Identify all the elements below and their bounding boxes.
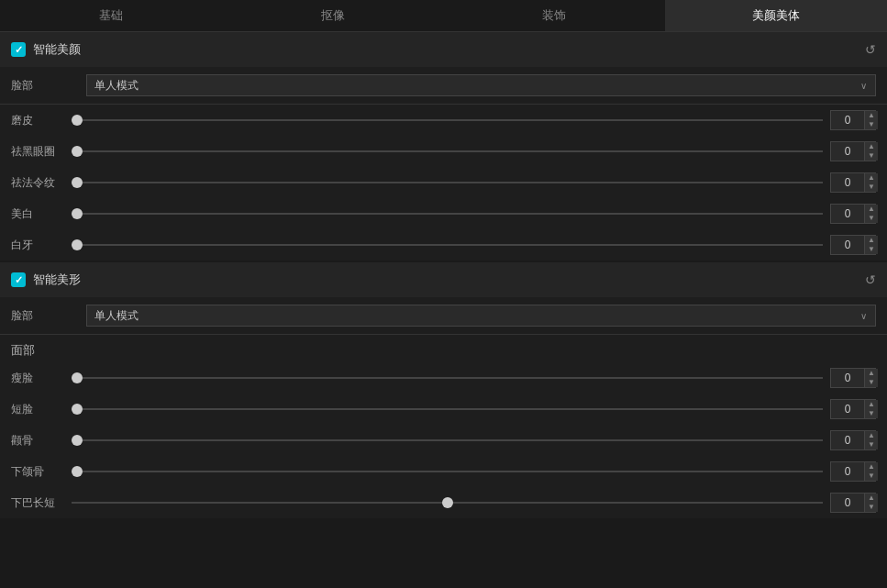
beauty-face-header: 智能美颜 ↺ [0, 32, 887, 67]
shape-dropdown-label: 脸部 [11, 308, 75, 324]
spinner-up-duanlian[interactable]: ▲ [865, 400, 878, 409]
beauty-shape-title: 智能美形 [33, 272, 81, 288]
slider-xiaba[interactable] [72, 502, 823, 504]
slider-xiage[interactable] [72, 471, 823, 472]
spinner-up-heiyanquan[interactable]: ▲ [865, 142, 878, 151]
spinner-down-falingwen[interactable]: ▼ [865, 183, 878, 192]
face-dropdown-label: 脸部 [11, 78, 75, 94]
slider-falingwen[interactable] [72, 182, 823, 183]
beauty-shape-checkbox[interactable] [11, 272, 26, 287]
slider-value-baitooth[interactable] [831, 237, 864, 253]
spinner-up-quangu[interactable]: ▲ [865, 431, 878, 440]
slider-value-falingwen[interactable] [831, 174, 864, 191]
slider-value-quangu[interactable] [831, 432, 864, 449]
slider-label-xiage: 下颌骨 [11, 464, 64, 480]
spinner-down-meibai[interactable]: ▼ [865, 214, 878, 223]
slider-row-mopi: 磨皮 ▲ ▼ [0, 105, 887, 136]
beauty-face-reset-icon[interactable]: ↺ [865, 42, 876, 57]
spinner-down-xiaba[interactable]: ▼ [865, 503, 878, 512]
slider-duanlian[interactable] [72, 408, 823, 410]
spinner-down-shoulian[interactable]: ▼ [865, 378, 878, 387]
slider-mopi[interactable] [72, 119, 823, 121]
shape-dropdown-row: 脸部 单人模式 多人模式 [0, 297, 887, 334]
spinner-up-baitooth[interactable]: ▲ [865, 236, 878, 245]
beauty-face-title: 智能美颜 [33, 41, 81, 58]
slider-row-shoulian: 瘦脸 ▲ ▼ [0, 362, 887, 394]
spinner-up-falingwen[interactable]: ▲ [865, 173, 878, 183]
spinner-down-duanlian[interactable]: ▼ [865, 409, 878, 418]
shape-dropdown-select[interactable]: 单人模式 多人模式 [86, 305, 876, 327]
slider-label-heiyanquan: 祛黑眼圈 [11, 144, 64, 160]
spinner-up-meibai[interactable]: ▲ [865, 205, 878, 214]
tab-keying[interactable]: 抠像 [222, 0, 444, 31]
slider-row-baitooth: 白牙 ▲ ▼ [0, 229, 887, 261]
slider-row-meibai: 美白 ▲ ▼ [0, 198, 887, 229]
beauty-face-checkbox[interactable] [11, 42, 26, 57]
spinner-up-mopi[interactable]: ▲ [865, 111, 878, 120]
slider-heiyanquan[interactable] [72, 150, 823, 152]
beauty-face-section: 智能美颜 ↺ 脸部 单人模式 多人模式 磨皮 ▲ ▼ 祛黑眼圈 [0, 32, 887, 261]
slider-label-xiaba: 下巴长短 [11, 495, 64, 511]
slider-label-baitooth: 白牙 [11, 238, 64, 253]
tab-bar: 基础 抠像 装饰 美颜美体 [0, 0, 887, 32]
slider-label-quangu: 颧骨 [11, 433, 64, 449]
slider-row-falingwen: 祛法令纹 ▲ ▼ [0, 167, 887, 198]
spinner-up-xiage[interactable]: ▲ [865, 462, 878, 472]
slider-label-falingwen: 祛法令纹 [11, 175, 64, 191]
spinner-up-xiaba[interactable]: ▲ [865, 494, 878, 503]
slider-row-xiaba: 下巴长短 ▲ ▼ [0, 487, 887, 518]
slider-row-xiage: 下颌骨 ▲ ▼ [0, 456, 887, 487]
slider-value-xiage[interactable] [831, 463, 864, 480]
slider-value-meibai[interactable] [831, 205, 864, 222]
slider-meibai[interactable] [72, 213, 823, 215]
slider-quangu[interactable] [72, 439, 823, 441]
slider-shoulian[interactable] [72, 377, 823, 379]
spinner-down-heiyanquan[interactable]: ▼ [865, 151, 878, 161]
tab-decoration[interactable]: 装饰 [444, 0, 666, 31]
slider-row-quangu: 颧骨 ▲ ▼ [0, 425, 887, 456]
spinner-down-quangu[interactable]: ▼ [865, 440, 878, 449]
slider-label-meibai: 美白 [11, 206, 64, 222]
tab-beauty[interactable]: 美颜美体 [665, 0, 887, 31]
subsection-face-label: 面部 [0, 335, 887, 362]
slider-row-duanlian: 短脸 ▲ ▼ [0, 394, 887, 425]
spinner-up-shoulian[interactable]: ▲ [865, 369, 878, 378]
slider-value-heiyanquan[interactable] [831, 143, 864, 160]
beauty-shape-reset-icon[interactable]: ↺ [865, 272, 876, 287]
spinner-down-xiage[interactable]: ▼ [865, 472, 878, 481]
slider-value-mopi[interactable] [831, 112, 864, 128]
slider-value-duanlian[interactable] [831, 401, 864, 417]
beauty-shape-header: 智能美形 ↺ [0, 262, 887, 297]
face-dropdown-row: 脸部 单人模式 多人模式 [0, 67, 887, 104]
spinner-down-mopi[interactable]: ▼ [865, 120, 878, 129]
slider-label-mopi: 磨皮 [11, 113, 64, 128]
slider-label-shoulian: 瘦脸 [11, 371, 64, 386]
slider-value-xiaba[interactable] [831, 494, 864, 511]
spinner-down-baitooth[interactable]: ▼ [865, 245, 878, 254]
slider-label-duanlian: 短脸 [11, 402, 64, 417]
tab-basic[interactable]: 基础 [0, 0, 222, 31]
beauty-shape-section: 智能美形 ↺ 脸部 单人模式 多人模式 面部 瘦脸 ▲ ▼ 短脸 [0, 262, 887, 518]
face-dropdown-select[interactable]: 单人模式 多人模式 [86, 74, 876, 96]
slider-value-shoulian[interactable] [831, 370, 864, 386]
slider-row-heiyanquan: 祛黑眼圈 ▲ ▼ [0, 136, 887, 167]
slider-baitooth[interactable] [72, 244, 823, 246]
